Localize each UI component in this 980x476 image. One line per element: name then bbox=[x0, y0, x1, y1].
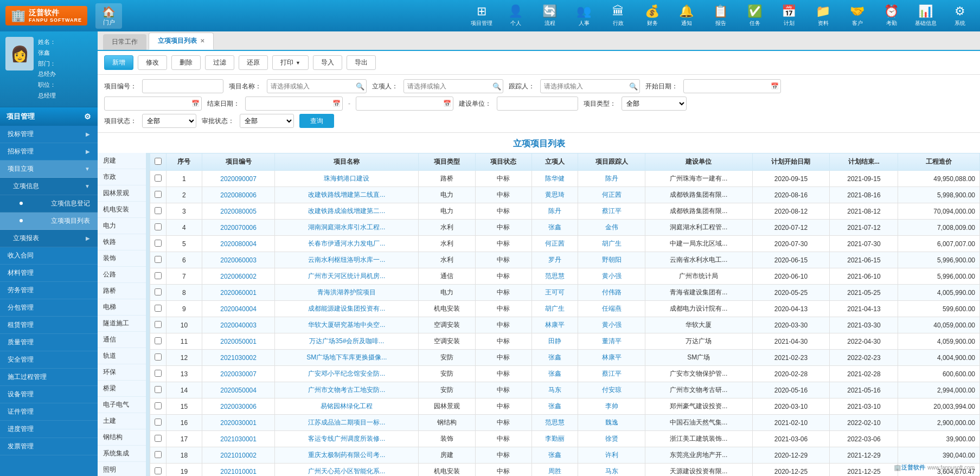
sidebar-item-labor-mgmt[interactable]: 劳务管理 bbox=[0, 282, 98, 299]
row-follower[interactable]: 马东 bbox=[578, 464, 645, 477]
project-type-select[interactable]: 全部 bbox=[622, 97, 687, 111]
row-follower[interactable]: 野朝阳 bbox=[578, 252, 645, 268]
start-date-calendar-icon[interactable]: 📅 bbox=[771, 82, 779, 90]
row-initiator[interactable]: 张鑫 bbox=[532, 447, 578, 464]
table-row[interactable]: 19 2021010001 广州天心苑小区智能化系... 机电安装 中标 周胜 … bbox=[150, 464, 980, 477]
export-button[interactable]: 导出 bbox=[347, 55, 376, 70]
row-checkbox[interactable] bbox=[155, 451, 162, 458]
project-name-input[interactable] bbox=[267, 79, 367, 93]
row-initiator[interactable]: 田静 bbox=[532, 333, 578, 350]
row-checkbox-cell[interactable] bbox=[150, 301, 166, 317]
row-checkbox-cell[interactable] bbox=[150, 187, 166, 203]
row-checkbox[interactable] bbox=[155, 321, 162, 328]
select-all-checkbox[interactable] bbox=[155, 158, 162, 165]
sidebar-item-setup-project-list[interactable]: 立项项目列表 bbox=[0, 213, 98, 230]
row-name[interactable]: 珠海鹤港口建设 bbox=[275, 171, 419, 187]
row-checkbox-cell[interactable] bbox=[150, 203, 166, 220]
row-initiator[interactable]: 范思慧 bbox=[532, 415, 578, 431]
print-button[interactable]: 打印 ▼ bbox=[272, 55, 309, 70]
row-checkbox[interactable] bbox=[155, 191, 162, 198]
end-date-to-calendar-icon[interactable]: 📅 bbox=[332, 100, 341, 107]
sidebar-item-material-mgmt[interactable]: 材料管理 bbox=[0, 265, 98, 282]
row-initiator[interactable]: 范思慧 bbox=[532, 268, 578, 285]
row-code[interactable]: 2020030007 bbox=[202, 366, 275, 382]
project-name-search-icon[interactable]: 🔍 bbox=[356, 82, 364, 91]
row-follower[interactable]: 许利 bbox=[578, 447, 645, 464]
row-code[interactable]: 2020080004 bbox=[202, 236, 275, 252]
row-name[interactable]: 改建铁路成渝线增建第二... bbox=[275, 203, 419, 220]
sidebar-item-bid-mgmt[interactable]: 投标管理 ▶ bbox=[0, 126, 98, 143]
tab-close-icon[interactable]: ✕ bbox=[200, 38, 204, 44]
project-type-item[interactable]: 土建 bbox=[98, 413, 146, 429]
row-initiator[interactable]: 张鑫 bbox=[532, 366, 578, 382]
row-code[interactable]: 2020040004 bbox=[202, 301, 275, 317]
initiator-input[interactable] bbox=[403, 79, 503, 93]
table-row[interactable]: 3 2020080005 改建铁路成渝线增建第二... 电力 中标 陈丹 蔡江平… bbox=[150, 203, 980, 220]
row-name[interactable]: 广州市文物考古工地安防... bbox=[275, 382, 419, 398]
row-checkbox[interactable] bbox=[155, 386, 162, 393]
end-date-end-calendar-icon[interactable]: 📅 bbox=[443, 100, 451, 107]
row-name[interactable]: 云南水利枢纽洛明水库一... bbox=[275, 252, 419, 268]
sidebar-item-lease-mgmt[interactable]: 租赁管理 bbox=[0, 317, 98, 334]
row-checkbox-cell[interactable] bbox=[150, 415, 166, 431]
row-checkbox[interactable] bbox=[155, 256, 162, 263]
row-follower[interactable]: 任端燕 bbox=[578, 301, 645, 317]
row-checkbox-cell[interactable] bbox=[150, 252, 166, 268]
row-code[interactable]: 2020050001 bbox=[202, 333, 275, 350]
row-checkbox[interactable] bbox=[155, 207, 162, 214]
project-type-item[interactable]: 钢结构 bbox=[98, 429, 146, 446]
row-code[interactable]: 2021010001 bbox=[202, 464, 275, 477]
row-follower[interactable]: 陈丹 bbox=[578, 171, 645, 187]
sidebar-item-project-setup[interactable]: 项目立项 ▼ bbox=[0, 160, 98, 178]
row-checkbox[interactable] bbox=[155, 288, 162, 295]
row-code[interactable]: 2021030002 bbox=[202, 350, 275, 366]
row-name[interactable]: 长春市伊通河水力发电厂... bbox=[275, 236, 419, 252]
start-date-input[interactable] bbox=[683, 79, 781, 93]
end-date-to-input[interactable] bbox=[245, 97, 343, 111]
row-name[interactable]: SM广场地下车库更换摄像... bbox=[275, 350, 419, 366]
sidebar-item-subcontract-mgmt[interactable]: 分包管理 bbox=[0, 299, 98, 317]
row-name[interactable]: 湖南洞庭湖水库引水工程... bbox=[275, 220, 419, 236]
project-type-item[interactable]: 公路 bbox=[98, 267, 146, 283]
row-initiator[interactable]: 张鑫 bbox=[532, 350, 578, 366]
table-row[interactable]: 4 2020070006 湖南洞庭湖水库引水工程... 水利 中标 张鑫 金伟 … bbox=[150, 220, 980, 236]
sidebar-item-setup-info[interactable]: 立项信息 ▼ bbox=[0, 178, 98, 195]
row-name[interactable]: 青海洪湖养护院项目 bbox=[275, 285, 419, 301]
sidebar-item-recruit-mgmt[interactable]: 招标管理 ▶ bbox=[0, 143, 98, 160]
sidebar-item-progress-mgmt[interactable]: 进度管理 bbox=[0, 421, 98, 438]
nav-item-notify[interactable]: 🔔 通知 bbox=[671, 2, 701, 29]
row-checkbox-cell[interactable] bbox=[150, 398, 166, 415]
row-checkbox-cell[interactable] bbox=[150, 285, 166, 301]
home-button[interactable]: 🏠 门户 bbox=[95, 3, 122, 29]
table-row[interactable]: 17 2021030001 客运专线广州调度所装修... 装饰 中标 李勤丽 徐… bbox=[150, 431, 980, 447]
sidebar-item-construction-mgmt[interactable]: 施工过程管理 bbox=[0, 369, 98, 386]
tab-project-list[interactable]: 立项项目列表 ✕ bbox=[149, 33, 214, 50]
row-checkbox[interactable] bbox=[155, 337, 162, 344]
row-name[interactable]: 改建铁路线增建第二线直... bbox=[275, 187, 419, 203]
row-initiator[interactable]: 黄思琦 bbox=[532, 187, 578, 203]
row-checkbox[interactable] bbox=[155, 419, 162, 426]
sidebar-item-equipment-mgmt[interactable]: 设备管理 bbox=[0, 386, 98, 403]
project-type-item[interactable]: 电力 bbox=[98, 218, 146, 234]
project-type-item[interactable]: 市政 bbox=[98, 169, 146, 185]
project-type-item[interactable]: 隧道施工 bbox=[98, 316, 146, 332]
project-type-item[interactable]: 铁路 bbox=[98, 234, 146, 250]
construction-unit-input[interactable] bbox=[497, 97, 578, 111]
row-follower[interactable]: 魏逸 bbox=[578, 415, 645, 431]
row-initiator[interactable]: 王可可 bbox=[532, 285, 578, 301]
nav-item-data[interactable]: 📁 资料 bbox=[808, 2, 838, 29]
row-initiator[interactable]: 陈丹 bbox=[532, 203, 578, 220]
follower-input[interactable] bbox=[540, 79, 640, 93]
project-type-item[interactable]: 路桥 bbox=[98, 283, 146, 299]
project-type-item[interactable]: 轨道 bbox=[98, 348, 146, 364]
row-initiator[interactable]: 罗丹 bbox=[532, 252, 578, 268]
row-follower[interactable]: 蔡江平 bbox=[578, 366, 645, 382]
edit-button[interactable]: 修改 bbox=[138, 55, 167, 70]
query-button[interactable]: 查询 bbox=[299, 114, 334, 128]
table-row[interactable]: 14 2020050004 广州市文物考古工地安防... 安防 中标 马东 付安… bbox=[150, 382, 980, 398]
table-row[interactable]: 16 2020030001 江苏成品油二期项目一标... 钢结构 中标 范思慧 … bbox=[150, 415, 980, 431]
row-name[interactable]: 华软大厦研究基地中央空... bbox=[275, 317, 419, 333]
row-follower[interactable]: 黄小强 bbox=[578, 268, 645, 285]
table-row[interactable]: 12 2021030002 SM广场地下车库更换摄像... 安防 中标 张鑫 林… bbox=[150, 350, 980, 366]
project-type-item[interactable]: 环保 bbox=[98, 364, 146, 381]
